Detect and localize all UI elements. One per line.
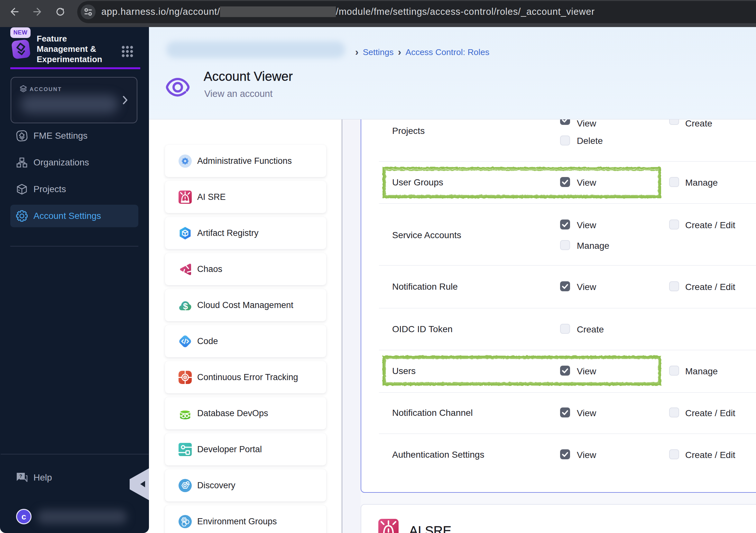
svg-text:?: ? bbox=[19, 473, 22, 479]
svg-text:$: $ bbox=[183, 301, 188, 311]
